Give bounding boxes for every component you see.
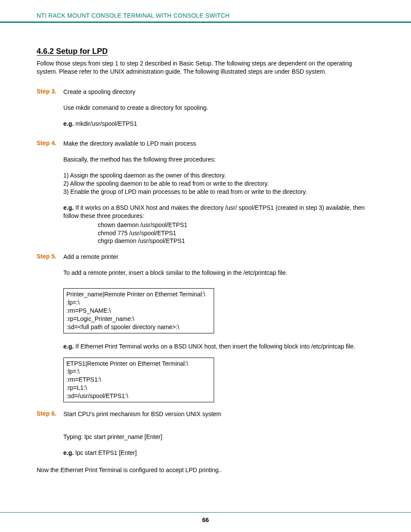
step-4-item-2: 2) Allow the spooling daemon to be able … [63,180,269,187]
step-5-example: e.g. If Ethernet Print Terminal works on… [63,343,374,350]
step-4-desc: Basically, the method has the following … [63,156,374,164]
eg-label: e.g. [63,449,74,456]
code-line: ETPS1|Remote Printer on Ethernet Termina… [66,360,211,368]
printcap-template-box: Printer_name|Remote Printer on Ethernet … [63,288,214,333]
eg-text: If Ethernet Print Terminal works on a BS… [74,343,355,350]
eg-text: If it works on a BSD UNIX host and makes… [63,204,365,219]
step-6-title: Start CPU's print mechanism for BSD vers… [63,410,374,418]
step-5-desc: To add a remote printer, insert a block … [63,269,374,277]
eg-text: lpc start ETPS1 [Enter] [74,449,137,456]
header-text: NTI RACK MOUNT CONSOLE TERMINAL WITH CON… [37,12,374,22]
step-5-label: Step 5. [37,253,63,285]
step-4-list: 1) Assign the spooling daemon as the own… [63,171,374,196]
page-content: NTI RACK MOUNT CONSOLE TERMINAL WITH CON… [0,0,411,473]
eg-label: e.g. [63,343,74,350]
cmd-chgrp: chgrp daemon /usr/spool/ETPS1 [98,237,374,245]
step-6-label: Step 6. [37,410,63,457]
step-6: Step 6. Start CPU's print mechanism for … [37,410,374,457]
printcap-example-box: ETPS1|Remote Printer on Ethernet Termina… [63,358,214,402]
page-number: 66 [0,516,411,523]
code-line: :sd=/usr/spool/ETPS1:\ [66,392,211,400]
eg-label: e.g. [63,120,74,127]
eg-label: e.g. [63,204,74,211]
section-title: 4.6.2 Setup for LPD [37,47,374,56]
code-line: :sd=<full path of spooler directory name… [66,323,211,331]
eg-text: mkdir/usr/spool/ETPS1 [74,120,137,127]
footer-rule [0,512,411,513]
code-line: :rp=Logic_Printer_name:\ [66,315,211,323]
step-5-title: Add a remote printer [63,253,374,261]
code-line: :rm=PS_NAME:\ [66,307,211,315]
step-3: Step 3. Create a spooling directory Use … [37,88,374,128]
step-3-title: Create a spooling directory [63,88,374,96]
step-4-example: e.g. If it works on a BSD UNIX host and … [63,204,374,220]
step-5: Step 5. Add a remote printer To add a re… [37,253,374,402]
step-3-label: Step 3. [37,88,63,128]
step-3-example: e.g. mkdir/usr/spool/ETPS1 [63,120,374,128]
header-rule [0,22,411,23]
code-line: :lp=:\ [66,299,211,307]
code-line: :rp=L1:\ [66,384,211,392]
step-6-example: e.g. lpc start ETPS1 [Enter] [63,449,374,457]
code-line: Printer_name|Remote Printer on Ethernet … [66,290,211,299]
step-4: Step 4. Make the directory available to … [37,140,374,245]
step-4-label: Step 4. [37,140,63,245]
cmd-chmod: chmod 775 /usr/spool/ETPS1 [98,229,374,237]
cmd-chown: chown daemon /usr/spool/ETPS1 [98,221,374,229]
step-6-typing: Typing: lpc start printer_name [Enter] [63,433,374,441]
intro-paragraph: Follow those steps from step 1 to step 2… [37,59,374,76]
code-line: :rm=ETPS1:\ [66,376,211,384]
conclusion: Now the Ethernet Print Terminal is confi… [37,467,374,473]
code-line: :lp=:\ [66,367,211,376]
step-4-item-3: 3) Enable the group of LPD main processe… [63,188,307,195]
step-4-commands: chown daemon /usr/spool/ETPS1 chmod 775 … [98,221,374,246]
step-4-title: Make the directory available to LPD main… [63,140,374,148]
step-3-desc: Use mkdir command to create a directory … [63,104,374,112]
step-4-item-1: 1) Assign the spooling daemon as the own… [63,172,226,179]
